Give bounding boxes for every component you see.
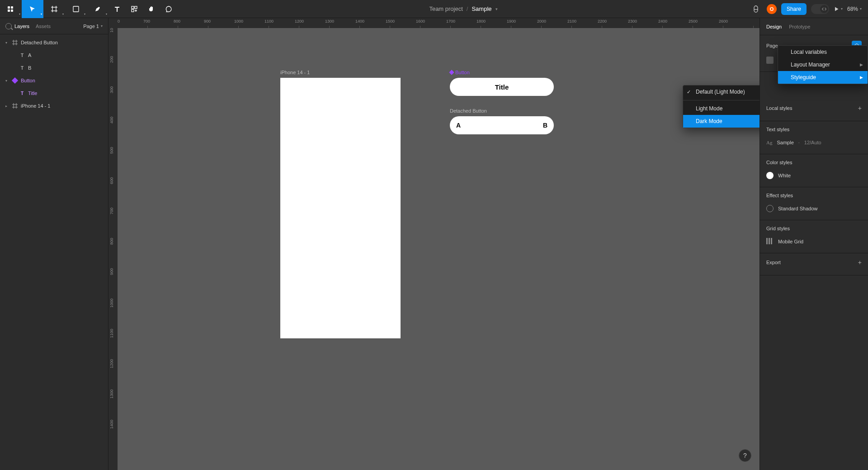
shape-tool[interactable]: ▾ — [65, 0, 87, 18]
component-label[interactable]: Button — [450, 70, 470, 75]
zoom-dropdown[interactable]: 68% ▾ — [847, 6, 862, 12]
file-name: Sample — [472, 5, 491, 12]
button-title-pill[interactable]: Title — [450, 78, 554, 96]
page-selector[interactable]: Page 1 ▾ — [83, 24, 103, 29]
audio-icon[interactable] — [750, 3, 762, 15]
text-styles-title: Text styles — [766, 127, 862, 132]
tab-design[interactable]: Design — [766, 24, 782, 29]
effect-styles-title: Effect styles — [766, 193, 862, 198]
help-button[interactable]: ? — [739, 449, 751, 462]
dev-mode-toggle[interactable] — [811, 4, 829, 14]
export-title: Export — [766, 260, 781, 265]
artboard-iphone[interactable]: iPhone 14 - 1 — [280, 78, 401, 338]
ruler-horizontal: 6007008009001000110012001300140015001600… — [118, 18, 760, 28]
text-tool[interactable] — [108, 0, 126, 18]
menu-light-mode[interactable]: Light Mode — [683, 102, 760, 115]
pen-tool[interactable]: ▾ — [87, 0, 108, 18]
grid-icon — [766, 238, 774, 245]
tab-assets[interactable]: Assets — [36, 24, 51, 29]
right-panel: Design Prototype Page Local variables — [760, 18, 868, 470]
grid-style-mobile[interactable]: Mobile Grid — [766, 236, 862, 247]
tab-layers[interactable]: Layers — [14, 24, 29, 29]
detached-button[interactable]: Detached Button A B — [450, 116, 554, 134]
color-style-white[interactable]: White — [766, 170, 862, 181]
component-button[interactable]: Button Title — [450, 78, 554, 96]
svg-rect-2 — [11, 6, 13, 9]
color-styles-title: Color styles — [766, 160, 862, 165]
menu-local-variables[interactable]: Local variables — [778, 46, 868, 58]
context-menu: Local variables Layout Manager ▶ Stylegu… — [778, 45, 868, 84]
hand-tool[interactable] — [143, 0, 160, 18]
layer-iphone[interactable]: ▸ iPhone 14 - 1 — [0, 100, 108, 112]
document-title[interactable]: Team project / Sample ▾ — [429, 5, 497, 12]
layers-panel: ▾ Detached Button T A T B ▾ Button T T — [0, 34, 108, 114]
code-icon — [820, 5, 828, 13]
canvas[interactable]: 6007008009001000110012001300140015001600… — [108, 18, 760, 470]
context-submenu: ✓ Default (Light Mode) Light Mode Dark M… — [683, 85, 760, 128]
ruler-vertical: 1002003004005006007008009001000110012001… — [108, 28, 118, 470]
comment-tool[interactable] — [160, 0, 177, 18]
layer-detached-button[interactable]: ▾ Detached Button — [0, 36, 108, 49]
add-style-button[interactable]: + — [858, 104, 862, 112]
layer-button[interactable]: ▾ Button — [0, 74, 108, 87]
page-section: Page — [766, 43, 778, 48]
svg-rect-0 — [8, 6, 10, 9]
grid-styles-title: Grid styles — [766, 226, 862, 231]
toolbar: ▾ ▾ ▾ ▾ ▾ — [0, 0, 868, 18]
artboard-label[interactable]: iPhone 14 - 1 — [280, 70, 310, 75]
detached-label[interactable]: Detached Button — [450, 108, 487, 114]
local-styles-title: Local styles — [766, 105, 792, 111]
move-tool[interactable]: ▾ — [22, 0, 43, 18]
present-button[interactable]: ▾ — [834, 6, 843, 12]
toolbar-right: O Share ▾ 68% ▾ — [750, 3, 868, 15]
resources-tool[interactable] — [126, 0, 143, 18]
main-menu-button[interactable]: ▾ — [0, 0, 22, 18]
layer-title[interactable]: T Title — [0, 87, 108, 100]
menu-default-light[interactable]: ✓ Default (Light Mode) — [683, 85, 760, 98]
effect-style-shadow[interactable]: Standard Shadow — [766, 203, 862, 214]
svg-rect-11 — [132, 9, 134, 12]
ruler-corner — [108, 18, 118, 28]
component-icon — [449, 70, 454, 75]
detached-button-pill[interactable]: A B — [450, 116, 554, 134]
layer-b[interactable]: T B — [0, 62, 108, 74]
project-name: Team project — [429, 5, 462, 12]
svg-rect-9 — [132, 6, 134, 9]
share-button[interactable]: Share — [781, 3, 807, 15]
search-icon[interactable] — [5, 23, 12, 29]
menu-styleguide[interactable]: Styleguide ▶ — [778, 71, 868, 84]
layer-a[interactable]: T A — [0, 49, 108, 62]
tab-prototype[interactable]: Prototype — [789, 24, 810, 29]
svg-rect-8 — [73, 6, 79, 12]
effect-icon — [766, 205, 774, 212]
left-panel: Layers Assets Page 1 ▾ ▾ Detached Button… — [0, 18, 108, 470]
menu-dark-mode[interactable]: Dark Mode — [683, 115, 760, 128]
avatar[interactable]: O — [767, 4, 777, 14]
svg-rect-3 — [11, 9, 13, 12]
white-swatch-icon — [766, 172, 774, 179]
frame-tool[interactable]: ▾ — [43, 0, 65, 18]
text-style-icon: Ag — [766, 140, 772, 145]
add-export-button[interactable]: + — [858, 259, 862, 266]
menu-layout-manager[interactable]: Layout Manager ▶ — [778, 58, 868, 71]
svg-rect-10 — [135, 6, 137, 9]
svg-rect-1 — [8, 9, 10, 12]
text-style-item[interactable]: Ag Sample · 12/Auto — [766, 137, 862, 148]
color-swatch-icon — [766, 57, 774, 64]
toolbar-left: ▾ ▾ ▾ ▾ ▾ — [0, 0, 177, 18]
